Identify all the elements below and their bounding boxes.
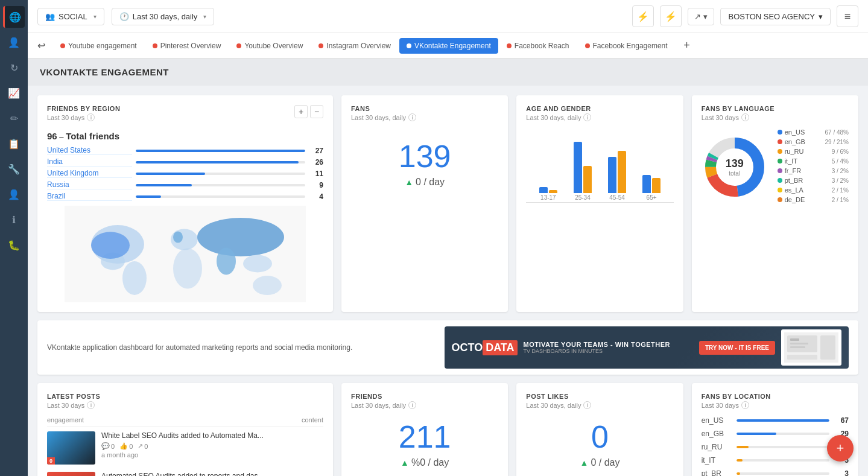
- tab-label-instagram: Instagram Overview: [326, 42, 391, 50]
- fans-title: FANS: [351, 105, 498, 112]
- sidebar-item-profile[interactable]: 👤: [3, 183, 25, 205]
- post-header: engagement content: [47, 416, 323, 427]
- lang-name-en_GB: en_GB: [785, 138, 823, 145]
- region-row-india: India 26: [47, 157, 323, 167]
- date-range-dropdown[interactable]: 🕐 Last 30 days, daily ▾: [112, 8, 215, 25]
- lang-list: en_US 67 / 48% en_GB 29 / 21% ru_RU: [778, 129, 849, 206]
- friends-widget-card: FRIENDS Last 30 days, daily i 211 ▲ %0 /…: [341, 383, 508, 476]
- post-meta-1: 💬0 👍0 ↗0: [101, 442, 323, 450]
- ad-tagline: MOTIVATE YOUR TEAMS - WIN TOGETHER TV DA…: [524, 341, 693, 354]
- latest-posts-info[interactable]: i: [87, 401, 95, 409]
- main-area: 👥 SOCIAL ▾ 🕐 Last 30 days, daily ▾ ⚡ ⚡ ↗…: [28, 0, 868, 476]
- map-minus-btn[interactable]: −: [310, 105, 323, 118]
- region-row-russia: Russia 9: [47, 180, 323, 189]
- fab-add-btn[interactable]: +: [827, 435, 854, 462]
- lightning-btn-1[interactable]: ⚡: [632, 5, 654, 27]
- date-range-arrow: ▾: [203, 13, 206, 20]
- sidebar-item-user[interactable]: 👤: [3, 31, 25, 53]
- age-gender-title: AGE AND GENDER: [526, 105, 673, 112]
- svg-point-5: [173, 248, 202, 288]
- post-title-1: White Label SEO Audits added to Automate…: [101, 431, 323, 440]
- region-name-uk: United Kingdom: [47, 169, 132, 178]
- region-row-uk: United Kingdom 11: [47, 169, 323, 178]
- svg-rect-25: [790, 346, 805, 348]
- lang-stats-fr_FR: 3 / 2%: [832, 168, 849, 174]
- sidebar-item-bug[interactable]: 🐛: [3, 234, 25, 256]
- row-1: FRIENDS BY REGION Last 30 days i + −: [37, 95, 858, 312]
- bar-female-13-17: [549, 190, 557, 193]
- tab-youtube-engagement[interactable]: Youtube engagement: [53, 38, 144, 54]
- fans-trend-arrow: ▲: [405, 177, 413, 187]
- social-label: SOCIAL: [59, 12, 87, 21]
- region-name-russia: Russia: [47, 180, 132, 189]
- post-time-1: a month ago: [101, 451, 323, 459]
- friends-region-info[interactable]: i: [87, 113, 95, 121]
- lang-row-it_IT: it_IT 5 / 4%: [778, 157, 849, 165]
- ad-graphic: OCTO DATA MOTIVATE YOUR TEAMS - WIN TOGE…: [445, 326, 849, 369]
- ad-preview: [781, 329, 841, 366]
- sidebar-item-edit[interactable]: ✏: [3, 107, 25, 129]
- lang-dot-fr_FR: [778, 168, 782, 173]
- map-add-btn[interactable]: +: [294, 105, 308, 118]
- region-table: United States 27 India 26 United Kingdom: [47, 146, 323, 201]
- hamburger-btn[interactable]: ≡: [837, 5, 858, 27]
- bar-male-65: [642, 175, 651, 193]
- tab-instagram[interactable]: Instagram Overview: [311, 38, 398, 54]
- sidebar-item-globe[interactable]: 🌐: [3, 6, 25, 28]
- region-count-uk: 11: [309, 170, 323, 178]
- bar-group-65: 65+: [636, 133, 668, 201]
- agency-dropdown[interactable]: BOSTON SEO AGENCY ▾: [720, 8, 831, 25]
- bar-female-45-54: [618, 151, 626, 193]
- tab-dot-pinterest: [153, 43, 157, 48]
- age-gender-info[interactable]: i: [583, 113, 591, 121]
- lang-name-fr_FR: fr_FR: [785, 167, 829, 174]
- lightning-btn-2[interactable]: ⚡: [660, 5, 682, 27]
- age-gender-subtitle: Last 30 days, daily i: [526, 113, 673, 121]
- location-row-it_IT: it_IT 5: [702, 456, 849, 465]
- share-icon: ↗: [694, 12, 701, 21]
- age-gender-card: AGE AND GENDER Last 30 days, daily i 13: [516, 95, 683, 312]
- tab-facebook-reach[interactable]: Facebook Reach: [499, 38, 577, 54]
- social-dropdown[interactable]: 👥 SOCIAL ▾: [37, 8, 104, 25]
- tab-facebook-engagement[interactable]: Facebook Engagement: [578, 38, 675, 54]
- sidebar-item-info[interactable]: ℹ: [3, 209, 25, 230]
- lang-stats-pt_BR: 3 / 2%: [832, 177, 849, 184]
- tab-add-btn[interactable]: +: [679, 37, 695, 54]
- sidebar-item-chart[interactable]: 📈: [3, 82, 25, 104]
- bar-female-25-34: [583, 166, 592, 193]
- location-name-ru_RU: ru_RU: [702, 443, 732, 451]
- share-btn[interactable]: ↗ ▾: [688, 8, 714, 25]
- donut-row: 139 total en_US 67 / 48%: [702, 129, 849, 206]
- clock-icon: 🕐: [119, 12, 129, 21]
- sidebar-item-tools[interactable]: 🔧: [3, 158, 25, 180]
- post-likes-info[interactable]: i: [583, 401, 591, 409]
- agency-label: BOSTON SEO AGENCY: [728, 12, 815, 21]
- fans-language-info[interactable]: i: [741, 113, 749, 121]
- tab-youtube-overview[interactable]: Youtube Overview: [229, 38, 310, 54]
- bar-male-13-17: [539, 187, 548, 193]
- tab-dot-facebook-engagement: [585, 43, 590, 48]
- region-name-brazil: Brazil: [47, 192, 132, 201]
- ad-cta-button[interactable]: TRY NOW - IT IS FREE: [699, 341, 775, 355]
- fans-info[interactable]: i: [408, 113, 416, 121]
- sidebar-item-clipboard[interactable]: 📋: [3, 133, 25, 154]
- fans-location-info[interactable]: i: [741, 401, 749, 409]
- location-name-it_IT: it_IT: [702, 456, 732, 465]
- tab-label-pinterest: Pinterest Overview: [160, 42, 221, 50]
- tab-vkontakte[interactable]: VKontakte Engagement: [399, 38, 498, 54]
- latest-posts-title: LATEST POSTS: [47, 393, 323, 400]
- svg-point-11: [173, 231, 183, 243]
- friends-widget-info[interactable]: i: [408, 401, 416, 409]
- lang-stats-en_GB: 29 / 21%: [825, 139, 849, 145]
- tab-pinterest[interactable]: Pinterest Overview: [145, 38, 229, 54]
- post-likes-total: 0: [526, 421, 673, 452]
- tab-back-btn[interactable]: ↩: [33, 37, 49, 54]
- ad-logo: OCTO DATA: [452, 340, 518, 355]
- post-likes-title: POST LIKES: [526, 393, 673, 400]
- lang-row-es_LA: es_LA 2 / 1%: [778, 186, 849, 194]
- tab-bar: ↩ Youtube engagement Pinterest Overview …: [28, 33, 868, 59]
- region-name-india: India: [47, 157, 132, 167]
- lang-name-de_DE: de_DE: [785, 196, 829, 203]
- friends-region-subtitle: Last 30 days i: [47, 113, 120, 121]
- sidebar-item-refresh[interactable]: ↻: [3, 57, 25, 78]
